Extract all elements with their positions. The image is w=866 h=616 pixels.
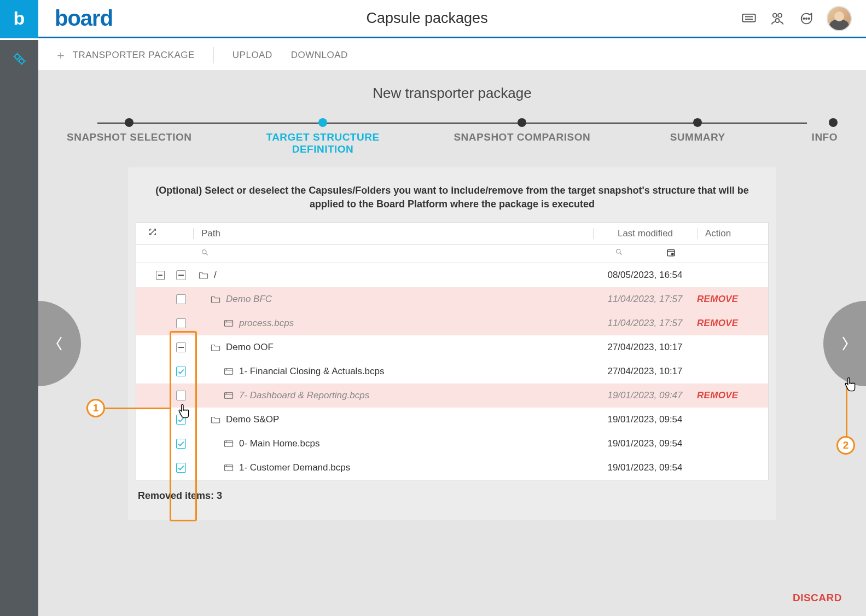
row-path[interactable]: / xyxy=(193,270,593,281)
removed-count: Removed items: 3 xyxy=(128,480,776,502)
download-label: DOWNLOAD xyxy=(291,50,348,61)
step-label: INFO xyxy=(812,131,838,143)
svg-line-14 xyxy=(620,253,621,254)
row-path[interactable]: process.bcps xyxy=(193,318,593,329)
svg-rect-18 xyxy=(225,321,233,327)
svg-rect-20 xyxy=(225,393,233,399)
table-row: Demo S&OP19/01/2023, 09:54 xyxy=(136,408,768,432)
row-modified: 19/01/2023, 09:54 xyxy=(593,414,697,425)
step-4[interactable]: INFO xyxy=(805,118,838,155)
modified-filter-calendar[interactable] xyxy=(666,248,676,259)
row-checkbox[interactable] xyxy=(176,439,186,449)
row-action[interactable]: REMOVE xyxy=(697,294,768,305)
step-1[interactable]: TARGET STRUCTURE DEFINITION xyxy=(266,118,379,155)
folder-icon xyxy=(211,343,220,352)
svg-rect-17 xyxy=(671,253,673,255)
row-checkbox[interactable] xyxy=(176,415,186,425)
page-title-header: Capsule packages xyxy=(113,10,741,27)
chat-icon[interactable] xyxy=(798,11,813,26)
callout-1-badge: 1 xyxy=(86,399,105,417)
brand-logo[interactable]: bboardoard xyxy=(55,6,113,31)
step-2[interactable]: SNAPSHOT COMPARISON xyxy=(454,118,590,155)
expand-icon xyxy=(148,227,158,240)
prev-step-button[interactable] xyxy=(38,301,81,386)
svg-point-7 xyxy=(806,18,807,19)
svg-line-12 xyxy=(206,253,207,255)
row-name: 1- Customer Demand.bcps xyxy=(239,462,350,473)
row-checkbox[interactable] xyxy=(176,318,186,328)
svg-point-6 xyxy=(803,18,804,19)
row-checkbox[interactable] xyxy=(176,367,186,376)
toolbar: ＋ TRANSPORTER PACKAGE UPLOAD DOWNLOAD xyxy=(38,40,866,71)
table-row: /08/05/2023, 16:54 xyxy=(136,263,768,287)
row-checkbox[interactable] xyxy=(176,270,186,280)
row-checkbox[interactable] xyxy=(176,342,186,352)
avatar[interactable] xyxy=(827,6,852,31)
expand-all-header[interactable] xyxy=(136,227,169,240)
svg-rect-21 xyxy=(225,441,233,447)
table-row: 1- Financial Closing & Actuals.bcps27/04… xyxy=(136,359,768,383)
row-path[interactable]: 1- Customer Demand.bcps xyxy=(193,462,593,473)
svg-point-13 xyxy=(616,249,620,254)
row-action[interactable]: REMOVE xyxy=(697,390,768,401)
modified-header[interactable]: Last modified xyxy=(593,228,697,239)
row-checkbox[interactable] xyxy=(176,294,186,304)
new-transporter-package-button[interactable]: ＋ TRANSPORTER PACKAGE xyxy=(55,47,195,63)
step-dot xyxy=(829,118,838,127)
svg-rect-0 xyxy=(742,14,755,21)
row-path[interactable]: Demo BFC xyxy=(193,294,593,305)
svg-rect-22 xyxy=(225,465,233,471)
discard-button[interactable]: DISCARD xyxy=(793,592,842,604)
step-label: TARGET STRUCTURE DEFINITION xyxy=(266,131,379,155)
row-checkbox[interactable] xyxy=(176,463,186,473)
table-row: 0- Main Home.bcps19/01/2023, 09:54 xyxy=(136,432,768,456)
table-row: Demo OOF27/04/2023, 10:17 xyxy=(136,335,768,359)
capsule-file-icon xyxy=(224,463,234,472)
step-dot xyxy=(518,118,526,127)
gear-icon[interactable] xyxy=(11,51,27,68)
step-3[interactable]: SUMMARY xyxy=(665,118,730,155)
next-step-button[interactable] xyxy=(823,301,866,386)
transporter-label: TRANSPORTER PACKAGE xyxy=(73,50,195,61)
table-row: Demo BFC11/04/2023, 17:57REMOVE xyxy=(136,287,768,311)
capsule-file-icon xyxy=(224,319,234,328)
folder-icon xyxy=(199,271,208,280)
svg-point-8 xyxy=(809,18,810,19)
path-filter[interactable] xyxy=(193,248,593,259)
row-path[interactable]: Demo OOF xyxy=(193,342,593,353)
step-dot xyxy=(318,118,327,127)
capsule-file-icon xyxy=(224,367,234,376)
users-icon[interactable] xyxy=(770,11,785,26)
action-header[interactable]: Action xyxy=(697,228,768,239)
step-label: SNAPSHOT COMPARISON xyxy=(454,131,590,143)
row-checkbox[interactable] xyxy=(176,391,186,400)
row-name: 7- Dashboard & Reporting.bcps xyxy=(239,390,369,401)
download-button[interactable]: DOWNLOAD xyxy=(291,50,348,61)
row-path[interactable]: 0- Main Home.bcps xyxy=(193,438,593,449)
row-name: Demo BFC xyxy=(226,294,272,305)
row-modified: 19/01/2023, 09:54 xyxy=(593,438,697,449)
svg-rect-19 xyxy=(225,369,233,375)
row-modified: 19/01/2023, 09:54 xyxy=(593,462,697,473)
row-action[interactable]: REMOVE xyxy=(697,318,768,329)
row-name: Demo OOF xyxy=(226,342,274,353)
modified-filter-search[interactable] xyxy=(615,248,623,259)
content: New transporter package SNAPSHOT SELECTI… xyxy=(38,71,866,616)
row-path[interactable]: Demo S&OP xyxy=(193,414,593,425)
plus-icon: ＋ xyxy=(55,47,67,63)
table-filter-row xyxy=(136,245,768,263)
step-label: SNAPSHOT SELECTION xyxy=(67,131,192,143)
app-header: b bboardoard Capsule packages xyxy=(0,0,866,38)
app-logo-square[interactable]: b xyxy=(0,0,38,38)
presentation-icon[interactable] xyxy=(741,11,757,26)
path-header[interactable]: Path xyxy=(193,228,593,239)
capsule-file-icon xyxy=(224,391,234,400)
upload-button[interactable]: UPLOAD xyxy=(233,50,272,61)
row-path[interactable]: 7- Dashboard & Reporting.bcps xyxy=(193,390,593,401)
wizard-panel: (Optional) Select or deselect the Capsul… xyxy=(128,167,776,520)
row-path[interactable]: 1- Financial Closing & Actuals.bcps xyxy=(193,366,593,377)
collapse-icon[interactable] xyxy=(156,271,165,280)
step-dot xyxy=(125,118,133,127)
step-0[interactable]: SNAPSHOT SELECTION xyxy=(67,118,192,155)
header-actions xyxy=(741,6,866,31)
